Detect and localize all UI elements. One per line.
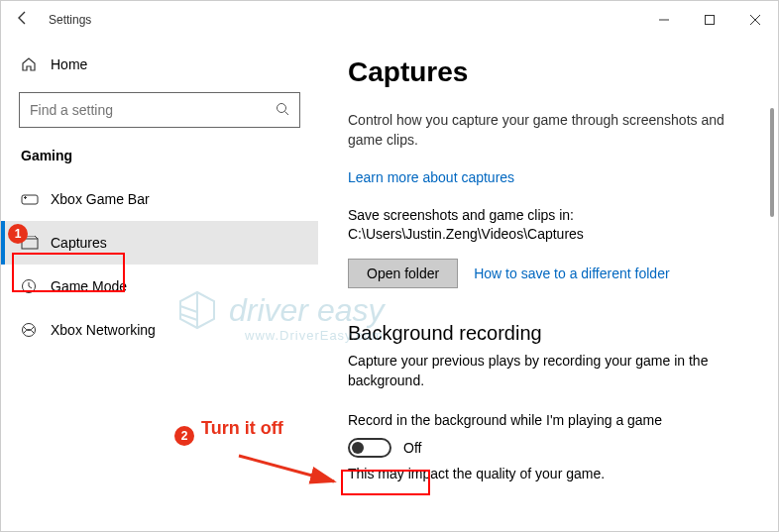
page-title: Captures [348,56,748,88]
svg-point-4 [278,103,286,112]
search-icon [276,102,289,119]
svg-rect-1 [706,16,715,25]
sidebar-item-xbox-networking[interactable]: Xbox Networking [1,308,318,352]
toggle-state-text: Off [403,440,421,456]
sidebar-item-captures[interactable]: Captures [1,221,318,265]
sidebar-home[interactable]: Home [1,51,318,78]
toggle-label: Record in the background while I'm playi… [348,412,748,428]
toggle-knob-icon [352,442,364,454]
open-folder-button[interactable]: Open folder [348,259,458,288]
svg-line-16 [239,456,334,481]
titlebar: Settings [1,1,778,39]
sidebar-item-label: Captures [51,235,107,251]
svg-line-5 [285,111,289,115]
scrollbar[interactable] [770,108,774,217]
annotation-text: Turn it off [201,418,283,439]
annotation-badge-2: 2 [174,426,194,446]
back-button[interactable] [15,10,45,31]
game-mode-icon [21,278,51,294]
sidebar-group-header: Gaming [1,148,318,177]
background-recording-desc: Capture your previous plays by recording… [348,351,748,391]
maximize-button[interactable] [687,4,732,36]
learn-more-link[interactable]: Learn more about captures [348,169,514,185]
sidebar-item-game-mode[interactable]: Game Mode [1,265,318,308]
sidebar-item-label: Xbox Game Bar [51,191,150,207]
annotation-badge-1: 1 [8,224,28,244]
footnote-text: This may impact the quality of your game… [348,466,748,481]
home-icon [21,56,51,72]
page-description: Control how you capture your game throug… [348,110,748,151]
xbox-networking-icon [21,322,51,338]
content-pane: Captures Control how you capture your ga… [318,39,778,531]
sidebar-item-label: Xbox Networking [51,322,156,338]
close-button[interactable] [732,4,778,36]
save-location-text: Save screenshots and game clips in: C:\U… [348,206,748,245]
sidebar-home-label: Home [51,56,87,72]
svg-rect-8 [25,196,26,199]
howto-link[interactable]: How to save to a different folder [474,266,669,281]
search-input[interactable] [30,102,276,118]
sidebar-item-xbox-game-bar[interactable]: Xbox Game Bar [1,177,318,221]
game-bar-icon [21,192,51,206]
background-recording-toggle[interactable] [348,438,391,458]
background-recording-heading: Background recording [348,322,748,345]
window-controls [641,4,778,36]
window-title: Settings [49,13,91,27]
annotation-arrow-icon [235,452,344,491]
sidebar-item-label: Game Mode [51,278,127,294]
search-box[interactable] [19,92,300,128]
minimize-button[interactable] [641,4,687,36]
svg-rect-6 [22,195,38,204]
